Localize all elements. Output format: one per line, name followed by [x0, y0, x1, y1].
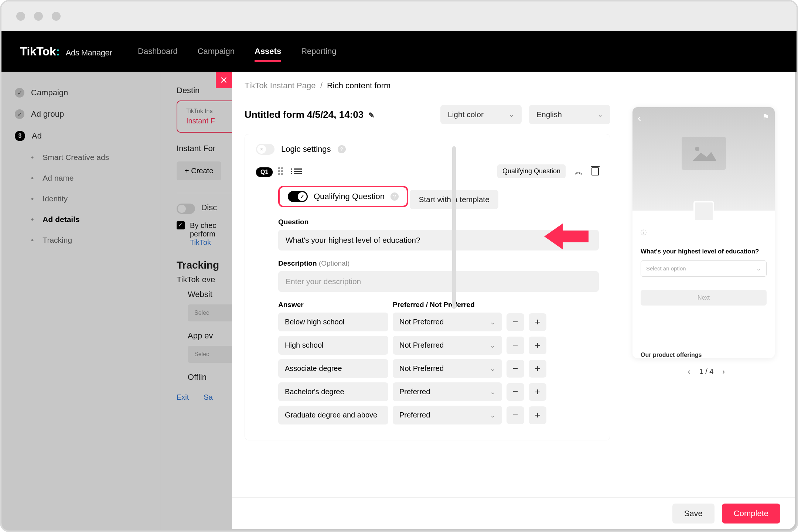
traffic-light-zoom[interactable] — [52, 12, 61, 21]
remove-answer-button[interactable]: − — [507, 406, 524, 424]
add-answer-button[interactable]: + — [529, 337, 546, 354]
delete-icon[interactable] — [591, 167, 599, 175]
sidebar-item-campaign[interactable]: ✓ Campaign — [1, 82, 160, 103]
answer-input[interactable]: Associate degree — [278, 359, 388, 378]
remove-answer-button[interactable]: − — [507, 313, 524, 331]
svg-marker-2 — [693, 152, 716, 161]
check-icon: ✓ — [15, 109, 24, 119]
help-icon[interactable]: ? — [338, 145, 346, 153]
sidebar-item-adgroup[interactable]: ✓ Ad group — [1, 103, 160, 125]
preference-select[interactable]: Not Preferred⌄ — [393, 336, 502, 355]
pager-next-icon[interactable]: › — [722, 367, 725, 376]
nav-dashboard[interactable]: Dashboard — [138, 33, 178, 69]
step-number-badge: 3 — [15, 131, 25, 141]
sidebar-sub-tracking[interactable]: Tracking — [1, 230, 160, 250]
chevron-down-icon: ⌄ — [490, 388, 495, 396]
disclaimer-label: Disc — [201, 203, 217, 212]
answer-input[interactable]: Graduate degree and above — [278, 406, 388, 424]
form-title[interactable]: Untitled form 4/5/24, 14:03 ✎ — [245, 109, 375, 120]
preview-back-icon: ‹ — [638, 112, 641, 124]
svg-marker-0 — [544, 224, 589, 249]
preference-select[interactable]: Preferred⌄ — [393, 406, 502, 424]
nav-reporting[interactable]: Reporting — [301, 33, 336, 69]
sidebar-sub-identity[interactable]: Identity — [1, 188, 160, 209]
exit-link[interactable]: Exit — [177, 393, 189, 402]
add-answer-button[interactable]: + — [529, 313, 546, 331]
save-link[interactable]: Sa — [204, 393, 212, 402]
traffic-light-minimize[interactable] — [34, 12, 43, 21]
remove-answer-button[interactable]: − — [507, 337, 524, 354]
preference-select[interactable]: Not Preferred⌄ — [393, 313, 502, 331]
logic-label: Logic settings — [281, 144, 331, 154]
breadcrumb: TikTok Instant Page / Rich content form — [232, 72, 795, 98]
drag-handle-icon[interactable] — [278, 167, 285, 175]
warning-icon: ⓘ — [641, 229, 647, 236]
qualifying-toggle[interactable] — [288, 191, 308, 202]
chevron-down-icon: ⌄ — [490, 365, 495, 373]
breadcrumb-current: Rich content form — [327, 81, 391, 90]
sidebar-sub-addetails[interactable]: Ad details — [1, 209, 160, 230]
remove-answer-button[interactable]: − — [507, 360, 524, 378]
chevron-down-icon: ⌄ — [490, 318, 495, 326]
preview-question: What's your highest level of education? — [641, 248, 767, 255]
logic-toggle[interactable] — [256, 144, 274, 155]
answer-input[interactable]: Bachelor's degree — [278, 382, 388, 401]
preference-select[interactable]: Preferred⌄ — [393, 382, 502, 401]
collapse-icon[interactable]: ︽ — [574, 166, 583, 177]
editor-card: Logic settings ? Q1 — [245, 134, 610, 440]
description-input[interactable]: Enter your description — [278, 271, 599, 292]
nav-assets[interactable]: Assets — [255, 33, 281, 69]
language-select[interactable]: English ⌄ — [529, 105, 610, 124]
add-answer-button[interactable]: + — [529, 360, 546, 378]
close-icon: ✕ — [220, 75, 228, 86]
image-placeholder-icon — [682, 137, 726, 170]
preview-footer-text: Our product offerings — [632, 352, 775, 358]
preview-column: ‹ ⚑ ⓘ What's your highest level of educa… — [625, 98, 795, 497]
answer-input[interactable]: Below high school — [278, 313, 388, 331]
preference-column-header: Preferred / Not Preferred — [393, 301, 475, 309]
traffic-light-close[interactable] — [16, 12, 25, 21]
remove-answer-button[interactable]: − — [507, 383, 524, 401]
chevron-down-icon: ⌄ — [509, 110, 514, 119]
answer-column-header: Answer — [278, 301, 393, 309]
check-icon: ✓ — [15, 88, 24, 98]
sidebar-item-ad[interactable]: 3 Ad — [1, 125, 160, 147]
disclaimer-toggle[interactable] — [177, 204, 195, 214]
pager-prev-icon[interactable]: ‹ — [688, 367, 690, 376]
nav-campaign[interactable]: Campaign — [198, 33, 235, 69]
help-icon[interactable]: ? — [391, 192, 399, 201]
panel-footer: Save Complete — [232, 497, 795, 529]
top-nav: TikTok: Ads Manager Dashboard Campaign A… — [1, 31, 797, 72]
edit-title-icon[interactable]: ✎ — [368, 111, 375, 119]
breadcrumb-root[interactable]: TikTok Instant Page — [245, 81, 316, 90]
save-button[interactable]: Save — [672, 504, 715, 524]
editor-column: Untitled form 4/5/24, 14:03 ✎ Light colo… — [232, 98, 625, 497]
chevron-down-icon: ⌄ — [490, 411, 495, 419]
theme-select[interactable]: Light color ⌄ — [440, 105, 522, 124]
preference-select[interactable]: Not Preferred⌄ — [393, 359, 502, 378]
panel-close-button[interactable]: ✕ — [216, 72, 232, 88]
preview-next-button: Next — [641, 290, 767, 306]
checkbox-icon[interactable] — [177, 221, 185, 229]
instant-page-panel: ✕ TikTok Instant Page / Rich content for… — [232, 72, 795, 529]
answer-input[interactable]: High school — [278, 336, 388, 355]
sidebar-sub-smart[interactable]: Smart Creative ads — [1, 147, 160, 168]
preview-flag-icon: ⚑ — [762, 112, 770, 122]
thumbnail-placeholder — [693, 201, 714, 222]
description-field-label: Description (Optional) — [278, 259, 599, 267]
chevron-down-icon: ⌄ — [490, 341, 495, 349]
browser-titlebar — [1, 1, 797, 31]
add-answer-button[interactable]: + — [529, 406, 546, 424]
preview-select: Select an option ⌄ — [641, 260, 767, 277]
answer-row: Associate degree Not Preferred⌄ − + — [278, 359, 599, 378]
answer-row: Bachelor's degree Preferred⌄ − + — [278, 382, 599, 401]
list-type-icon[interactable] — [294, 168, 302, 174]
question-type-tag: Qualifying Question — [497, 164, 566, 178]
scrollbar[interactable] — [452, 146, 456, 309]
add-answer-button[interactable]: + — [529, 383, 546, 401]
complete-button[interactable]: Complete — [722, 504, 780, 524]
chevron-down-icon: ⌄ — [597, 110, 603, 119]
phone-preview: ‹ ⚑ ⓘ What's your highest level of educa… — [632, 107, 775, 358]
sidebar-sub-adname[interactable]: Ad name — [1, 168, 160, 188]
create-button[interactable]: + Create — [177, 161, 221, 180]
